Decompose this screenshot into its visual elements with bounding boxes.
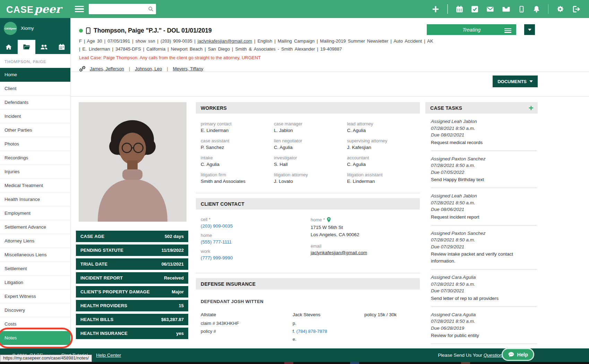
sidebar-item-employment[interactable]: Employment xyxy=(0,206,70,220)
sidebar-item-settlement-advance[interactable]: Settlement Advance xyxy=(0,220,70,234)
window-bottom-edge xyxy=(0,362,589,364)
sidebar-item-notes[interactable]: Notes xyxy=(0,331,70,345)
sidebar-item-litigation[interactable]: Litigation xyxy=(0,276,70,290)
defense-insurance-header: DEFENSE INSURANCE xyxy=(196,278,420,290)
mobile-phone-icon xyxy=(86,27,91,34)
worker-entry: case assistantP. Sanchez xyxy=(201,138,274,150)
client-email-link[interactable]: jaclynkafesjian@gmail.com xyxy=(198,38,252,44)
logout-icon[interactable] xyxy=(572,6,580,13)
client-contact-section: CLIENT CONTACT cell *(203) 909-0035 home… xyxy=(196,193,420,265)
sidebar-item-costs[interactable]: Costs xyxy=(0,317,70,331)
work-phone-link[interactable]: (777) 999-9990 xyxy=(201,255,233,260)
divider xyxy=(548,4,549,14)
divider xyxy=(71,96,589,97)
linked-case-link[interactable]: James, Jefferson xyxy=(90,66,124,71)
sidebar-item-health-insurance[interactable]: Health Insurance xyxy=(0,193,70,206)
help-button[interactable]: Help xyxy=(502,348,534,361)
adjuster-phone-label: p. xyxy=(293,319,364,327)
main-content: Thompson, Paige "P.J." - DOL 01/01/2019 … xyxy=(71,18,589,348)
task-item[interactable]: Assigned Leah Jablon07/28/2021 8:50 a.m.… xyxy=(425,118,538,146)
sidebar-item-incident[interactable]: Incident xyxy=(0,109,70,123)
sidebar-item-expert-witness[interactable]: Expert Witness xyxy=(0,290,70,303)
stage-menu-icon xyxy=(504,27,511,34)
sidebar-case-name: THOMPSON, PAIGE xyxy=(0,54,70,68)
home-phone-label: home xyxy=(201,233,311,238)
worker-entry: lien negotiatorC. Agulia xyxy=(274,138,347,150)
help-center-link[interactable]: Help Center xyxy=(96,353,121,358)
calendar-icon[interactable] xyxy=(53,40,70,54)
chevron-down-icon xyxy=(529,80,533,82)
defendant-name: DEFENDANT JOSH WITTEN xyxy=(196,290,420,304)
tasks-check-icon[interactable] xyxy=(471,6,478,13)
notifications-bell-icon[interactable] xyxy=(533,6,540,13)
cell-label: cell * xyxy=(201,217,311,222)
case-tasks-panel: CASE TASKS+ Assigned Leah Jablon07/28/20… xyxy=(425,102,538,348)
sidebar-item-medical-treatment[interactable]: Medical Treatment xyxy=(0,179,70,193)
open-folder-icon xyxy=(23,44,30,50)
avatar[interactable]: CASEpeer xyxy=(4,22,17,35)
calendar-icon xyxy=(58,44,65,50)
task-item[interactable]: Assigned Paxton Sanchez07/28/2021 8:50 a… xyxy=(425,156,538,184)
sidebar-item-client[interactable]: Client xyxy=(0,82,70,96)
worker-entry: intakeC. Agulia xyxy=(201,155,274,167)
task-item[interactable]: Assigned Cara Agulia07/28/2021 8:50 a.m.… xyxy=(425,274,538,302)
adjuster-email-label: e. xyxy=(293,335,364,343)
case-status-dot xyxy=(79,29,83,33)
mobile-icon[interactable] xyxy=(518,6,525,13)
settings-gear-icon[interactable] xyxy=(556,5,564,13)
worker-entry: case managerL. Jablon xyxy=(274,121,347,133)
divider xyxy=(431,151,537,151)
search-icon xyxy=(148,6,154,12)
task-item[interactable]: Assigned Paxton Sanchez07/28/2021 8:50 a… xyxy=(425,230,538,265)
documents-button[interactable]: DOCUMENTS xyxy=(493,76,538,87)
add-icon[interactable] xyxy=(432,6,439,13)
sidebar-tab-home[interactable] xyxy=(0,40,18,54)
linked-case-link[interactable]: Johnson, Leo xyxy=(135,66,162,71)
sidebar-item-injuries[interactable]: Injuries xyxy=(0,165,70,179)
sidebar-item-other-parties[interactable]: Other Parties xyxy=(0,123,70,137)
stage-dropdown-button[interactable] xyxy=(524,24,535,35)
home-phone-link[interactable]: (555) 777-1111 xyxy=(201,239,232,245)
calendar-icon[interactable] xyxy=(456,6,463,13)
stat-row: TRIAL DATE06/11/2021 xyxy=(76,258,188,270)
mail-icon[interactable] xyxy=(486,6,494,13)
task-item[interactable]: Assigned Cara Agulia07/28/2021 8:50 a.m.… xyxy=(425,311,538,339)
worker-entry: accountantC. Agulia xyxy=(347,155,420,167)
inbox-icon[interactable] xyxy=(502,6,510,13)
adjuster-name: Jack Stevens xyxy=(293,310,364,319)
task-item[interactable]: Assigned Leah Jablon07/28/2021 8:50 a.m.… xyxy=(425,193,538,221)
case-title: Thompson, Paige "P.J." - DOL 01/01/2019 xyxy=(94,27,212,34)
sidebar-tab-contacts[interactable] xyxy=(35,40,53,54)
client-contact-header: CLIENT CONTACT xyxy=(196,198,420,210)
hamburger-icon[interactable] xyxy=(75,5,84,14)
sidebar-item-photos[interactable]: Photos xyxy=(0,137,70,151)
adjuster-fax-link[interactable]: (784) 878-7878 xyxy=(296,329,327,334)
contacts-icon xyxy=(40,44,48,50)
global-search xyxy=(89,4,156,14)
case-stats: CASE AGE502 days PENDING STATUTE11/19/20… xyxy=(76,231,188,341)
divider xyxy=(431,225,537,225)
sidebar-item-settlement[interactable]: Settlement xyxy=(0,262,70,276)
sidebar-item-miscellaneous-liens[interactable]: Miscellaneous Liens xyxy=(0,248,70,262)
sidebar-item-home[interactable]: Home xyxy=(0,68,70,82)
claim-number: claim # 343KHKHF xyxy=(201,319,293,327)
email-label: email xyxy=(311,243,420,249)
top-bar: CASEpeer xyxy=(0,0,589,18)
sidebar-tab-case[interactable] xyxy=(18,40,35,54)
cell-phone-link[interactable]: (203) 909-0035 xyxy=(201,223,233,229)
divider xyxy=(71,72,589,72)
sidebar-item-attorney-liens[interactable]: Attorney Liens xyxy=(0,234,70,248)
client-email-link[interactable]: jaclynkafesjian@gmail.com xyxy=(311,250,367,255)
case-stage-button[interactable]: Treating xyxy=(427,24,516,35)
divider xyxy=(431,269,537,269)
search-input[interactable] xyxy=(89,4,156,14)
lead-case-alert: Lead Case: Paige Thompson. Any calls fro… xyxy=(79,55,433,60)
linked-case-link[interactable]: Meyers, Tiffany xyxy=(173,66,203,71)
client-photo xyxy=(79,102,187,222)
divider xyxy=(431,307,537,307)
sidebar-item-defendants[interactable]: Defendants xyxy=(0,96,70,109)
sidebar-item-discovery[interactable]: Discovery xyxy=(0,303,70,317)
sidebar-item-recordings[interactable]: Recordings xyxy=(0,151,70,165)
defense-insurance-section: DEFENSE INSURANCE DEFENDANT JOSH WITTEN … xyxy=(196,273,420,343)
add-task-icon[interactable]: + xyxy=(529,105,534,112)
